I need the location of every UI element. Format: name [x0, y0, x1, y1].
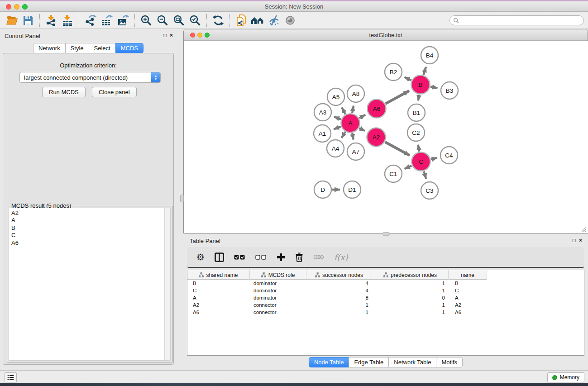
- mcds-result-item[interactable]: A2: [9, 210, 170, 217]
- column-header-name[interactable]: name: [449, 270, 487, 280]
- import-table-button[interactable]: [59, 13, 76, 28]
- close-panel-icon[interactable]: ×: [579, 237, 582, 243]
- graph-node-A8[interactable]: A8: [347, 85, 364, 102]
- float-panel-icon[interactable]: □: [573, 237, 576, 243]
- table-cell[interactable]: C: [187, 287, 250, 295]
- graph-edge-B-B3[interactable]: [430, 87, 438, 88]
- close-panel-button[interactable]: Close panel: [92, 87, 137, 97]
- table-cell[interactable]: connector: [250, 302, 306, 309]
- table-cell[interactable]: B: [449, 280, 487, 287]
- table-cell[interactable]: A6: [449, 309, 487, 316]
- mcds-result-list[interactable]: A2ABCA6: [9, 208, 171, 361]
- column-header-successor-nodes[interactable]: successor nodes: [306, 270, 372, 280]
- graph-edge-C-C3[interactable]: [424, 172, 426, 179]
- graph-node-C1[interactable]: C1: [385, 165, 402, 182]
- table-row[interactable]: A6connector11A6: [187, 309, 584, 316]
- table-cell[interactable]: 8: [306, 295, 372, 302]
- mcds-result-item[interactable]: A: [9, 217, 170, 224]
- tab-network[interactable]: Network: [33, 43, 66, 53]
- graph-edge-A-A3[interactable]: [334, 117, 341, 119]
- graph-node-A3[interactable]: A3: [314, 104, 331, 121]
- table-cell[interactable]: dominator: [250, 287, 306, 295]
- table-cell[interactable]: 1: [372, 309, 449, 316]
- graph-node-C[interactable]: C: [412, 152, 430, 171]
- table-cell[interactable]: A2: [449, 302, 487, 309]
- table-cell[interactable]: B: [187, 280, 250, 287]
- tab-edge-table[interactable]: Edge Table: [349, 357, 389, 367]
- graph-canvas[interactable]: AA1A2A3A4A5A6A7A8BB1B2B3B4CC1C2C3C4DD1: [184, 41, 588, 233]
- table-cell[interactable]: 1: [372, 280, 449, 287]
- new-network-from-selection-button[interactable]: [233, 13, 249, 28]
- show-columns-button[interactable]: [215, 253, 224, 262]
- optimization-criterion-select[interactable]: largest connected component (directed) ▲…: [19, 72, 161, 83]
- show-graphics-details-button[interactable]: [282, 13, 298, 28]
- table-row[interactable]: A2connector11A2: [187, 302, 584, 309]
- graph-node-B4[interactable]: B4: [421, 47, 438, 64]
- table-cell[interactable]: 1: [306, 302, 372, 309]
- tab-mcds[interactable]: MCDS: [115, 43, 143, 53]
- vertical-splitter-handle[interactable]: [180, 195, 184, 202]
- mcds-result-item[interactable]: C: [9, 232, 170, 239]
- graph-node-A4[interactable]: A4: [327, 140, 344, 157]
- graph-edge-A-A2[interactable]: [359, 128, 365, 131]
- table-cell[interactable]: 1: [372, 302, 449, 309]
- table-cell[interactable]: connector: [250, 309, 306, 316]
- graph-edge-A6-B[interactable]: [386, 91, 409, 104]
- mcds-result-item[interactable]: B: [9, 224, 170, 232]
- graph-edge-B-B4[interactable]: [424, 67, 426, 75]
- graph-node-A5[interactable]: A5: [327, 88, 344, 105]
- select-all-rows-button[interactable]: [234, 255, 245, 260]
- graph-node-B1[interactable]: B1: [408, 104, 425, 121]
- table-cell[interactable]: 0: [372, 295, 449, 302]
- table-cell[interactable]: A2: [187, 302, 250, 309]
- graph-node-A[interactable]: A: [341, 114, 360, 133]
- graph-edge-A-A6[interactable]: [359, 115, 365, 118]
- graph-edge-A-A4[interactable]: [342, 132, 345, 138]
- graph-edge-A-A5[interactable]: [342, 108, 345, 114]
- tab-motifs[interactable]: Motifs: [436, 357, 463, 367]
- table-cell[interactable]: A6: [187, 309, 250, 316]
- graph-node-B3[interactable]: B3: [441, 82, 458, 99]
- list-scrollbar[interactable]: [164, 208, 170, 360]
- graph-node-A6[interactable]: A6: [368, 100, 386, 118]
- graph-node-D[interactable]: D: [314, 181, 331, 198]
- home-button[interactable]: [249, 13, 266, 28]
- table-cell[interactable]: 4: [306, 287, 372, 295]
- export-table-button[interactable]: [99, 13, 115, 28]
- graph-node-C3[interactable]: C3: [421, 182, 438, 199]
- tab-node-table[interactable]: Node Table: [309, 357, 349, 367]
- graph-edge-B-B2[interactable]: [405, 77, 411, 80]
- zoom-in-button[interactable]: [138, 13, 154, 28]
- graph-node-B[interactable]: B: [411, 76, 430, 94]
- column-header-MCDS-role[interactable]: MCDS role: [250, 270, 306, 280]
- float-panel-icon[interactable]: □: [163, 32, 167, 38]
- graph-edge-B-B1[interactable]: [418, 95, 419, 100]
- deselect-all-rows-button[interactable]: [255, 255, 267, 260]
- search-input[interactable]: [459, 16, 583, 24]
- close-panel-icon[interactable]: ×: [170, 32, 173, 38]
- graph-node-A1[interactable]: A1: [314, 125, 331, 142]
- graph-edge-A-A1[interactable]: [334, 127, 341, 129]
- graph-edge-A-A8[interactable]: [352, 106, 354, 113]
- network-titlebar[interactable]: testGlobe.txt: [184, 29, 588, 41]
- graph-edge-C-C1[interactable]: [405, 166, 412, 169]
- column-header-shared-name[interactable]: shared name: [187, 270, 250, 280]
- graph-edge-A2-C[interactable]: [385, 142, 410, 156]
- zoom-out-button[interactable]: [154, 13, 171, 28]
- mcds-result-item[interactable]: A6: [9, 239, 170, 247]
- table-cell[interactable]: 4: [306, 280, 372, 287]
- add-column-button[interactable]: [277, 253, 285, 262]
- table-cell[interactable]: 1: [306, 309, 372, 316]
- memory-button[interactable]: Memory: [547, 372, 584, 382]
- graph-node-A2[interactable]: A2: [367, 128, 386, 147]
- graph-edge-C-C2[interactable]: [418, 145, 420, 152]
- graph-node-D1[interactable]: D1: [344, 181, 361, 198]
- zoom-selected-button[interactable]: [187, 13, 203, 28]
- column-header-predecessor-nodes[interactable]: predecessor nodes: [372, 270, 449, 280]
- refresh-view-button[interactable]: [210, 13, 226, 28]
- open-session-button[interactable]: [4, 13, 20, 28]
- graph-node-B2[interactable]: B2: [385, 63, 402, 81]
- graph-node-C4[interactable]: C4: [440, 147, 458, 164]
- table-settings-button[interactable]: ⚙: [196, 252, 205, 262]
- resize-grip-icon[interactable]: [580, 226, 587, 232]
